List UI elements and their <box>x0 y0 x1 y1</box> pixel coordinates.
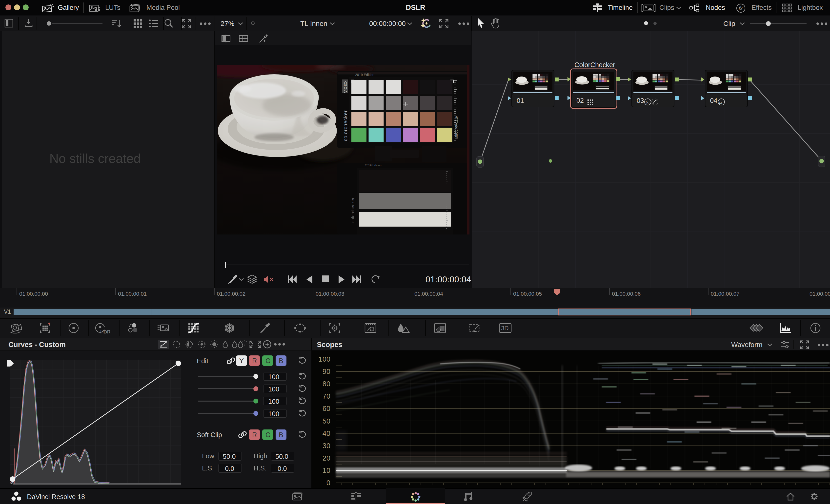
svg-text:70: 70 <box>322 392 330 400</box>
svg-text:0: 0 <box>326 479 330 487</box>
svg-text:90: 90 <box>322 368 330 375</box>
svg-text:100: 100 <box>319 355 330 363</box>
svg-text:04: 04 <box>710 97 717 104</box>
svg-text:HDR: HDR <box>100 329 110 334</box>
svg-text:fx: fx <box>719 100 722 105</box>
svg-text:30: 30 <box>322 442 330 450</box>
svg-text:ColorChecker: ColorChecker <box>574 61 615 69</box>
svg-text:fx: fx <box>739 5 742 11</box>
svg-text:02: 02 <box>576 97 584 104</box>
svg-text:10: 10 <box>322 467 330 474</box>
svg-text:80: 80 <box>322 380 330 388</box>
svg-text:20: 20 <box>322 454 330 462</box>
svg-text:50: 50 <box>322 417 330 425</box>
svg-text:40: 40 <box>322 430 330 437</box>
svg-text:fx: fx <box>645 100 649 105</box>
svg-text:03: 03 <box>637 97 644 104</box>
svg-text:3D: 3D <box>501 325 509 332</box>
svg-text:01: 01 <box>517 97 524 104</box>
svg-text:60: 60 <box>322 405 330 412</box>
